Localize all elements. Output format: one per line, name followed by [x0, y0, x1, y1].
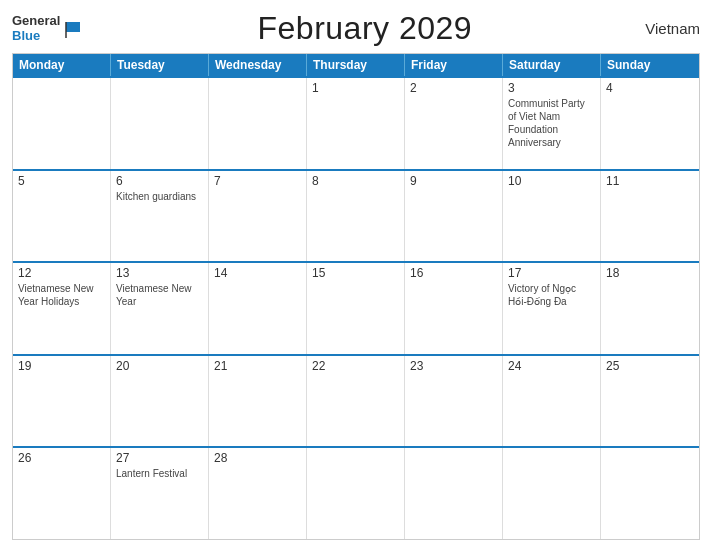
day-number: 12 — [18, 266, 105, 280]
calendar-row-5: 26 27 Lantern Festival 28 — [13, 446, 699, 539]
cell-r1-sat: 3 Communist Party of Viet Nam Foundation… — [503, 78, 601, 169]
calendar-page: General Blue February 2029 Vietnam Monda… — [0, 0, 712, 550]
header-sunday: Sunday — [601, 54, 699, 76]
calendar-row-4: 19 20 21 22 23 24 25 — [13, 354, 699, 447]
cell-r3-wed: 14 — [209, 263, 307, 354]
cell-r4-tue: 20 — [111, 356, 209, 447]
day-number: 15 — [312, 266, 399, 280]
cell-r1-wed — [209, 78, 307, 169]
day-number: 3 — [508, 81, 595, 95]
day-number: 2 — [410, 81, 497, 95]
cell-r3-mon: 12 Vietnamese New Year Holidays — [13, 263, 111, 354]
day-number: 16 — [410, 266, 497, 280]
day-number: 22 — [312, 359, 399, 373]
cell-r1-mon — [13, 78, 111, 169]
header-wednesday: Wednesday — [209, 54, 307, 76]
cell-r5-mon: 26 — [13, 448, 111, 539]
cell-r4-wed: 21 — [209, 356, 307, 447]
cell-r4-mon: 19 — [13, 356, 111, 447]
header-thursday: Thursday — [307, 54, 405, 76]
cell-r3-thu: 15 — [307, 263, 405, 354]
country-label: Vietnam — [645, 20, 700, 37]
day-number: 14 — [214, 266, 301, 280]
cell-r3-sun: 18 — [601, 263, 699, 354]
logo: General Blue — [12, 14, 84, 43]
cell-event: Kitchen guardians — [116, 190, 203, 203]
cell-r2-sat: 10 — [503, 171, 601, 262]
cell-r4-thu: 22 — [307, 356, 405, 447]
header-tuesday: Tuesday — [111, 54, 209, 76]
logo-text-blue: Blue — [12, 29, 40, 43]
calendar-grid: Monday Tuesday Wednesday Thursday Friday… — [12, 53, 700, 540]
cell-r2-sun: 11 — [601, 171, 699, 262]
calendar-row-1: 1 2 3 Communist Party of Viet Nam Founda… — [13, 76, 699, 169]
cell-r4-fri: 23 — [405, 356, 503, 447]
calendar-row-3: 12 Vietnamese New Year Holidays 13 Vietn… — [13, 261, 699, 354]
cell-event: Victory of Ngọc Hồi-Đống Đa — [508, 282, 595, 308]
cell-r5-thu — [307, 448, 405, 539]
calendar-row-2: 5 6 Kitchen guardians 7 8 9 10 — [13, 169, 699, 262]
day-number: 11 — [606, 174, 694, 188]
day-number: 8 — [312, 174, 399, 188]
header-saturday: Saturday — [503, 54, 601, 76]
cell-r4-sun: 25 — [601, 356, 699, 447]
cell-r5-wed: 28 — [209, 448, 307, 539]
day-number: 19 — [18, 359, 105, 373]
day-number: 5 — [18, 174, 105, 188]
cell-r2-mon: 5 — [13, 171, 111, 262]
day-number: 1 — [312, 81, 399, 95]
cell-r3-tue: 13 Vietnamese New Year — [111, 263, 209, 354]
cell-r1-tue — [111, 78, 209, 169]
header-friday: Friday — [405, 54, 503, 76]
day-number: 10 — [508, 174, 595, 188]
header-monday: Monday — [13, 54, 111, 76]
cell-event: Vietnamese New Year — [116, 282, 203, 308]
day-number: 20 — [116, 359, 203, 373]
day-number: 21 — [214, 359, 301, 373]
cell-r2-fri: 9 — [405, 171, 503, 262]
cell-r3-sat: 17 Victory of Ngọc Hồi-Đống Đa — [503, 263, 601, 354]
page-title: February 2029 — [258, 10, 473, 47]
cell-r5-sun — [601, 448, 699, 539]
logo-text-general: General — [12, 14, 60, 28]
day-number: 18 — [606, 266, 694, 280]
cell-r5-fri — [405, 448, 503, 539]
day-number: 9 — [410, 174, 497, 188]
cell-r1-thu: 1 — [307, 78, 405, 169]
cell-r1-fri: 2 — [405, 78, 503, 169]
cell-r4-sat: 24 — [503, 356, 601, 447]
cell-event: Lantern Festival — [116, 467, 203, 480]
day-number: 7 — [214, 174, 301, 188]
day-number: 17 — [508, 266, 595, 280]
cell-event: Vietnamese New Year Holidays — [18, 282, 105, 308]
day-number: 23 — [410, 359, 497, 373]
day-number: 26 — [18, 451, 105, 465]
cell-r2-tue: 6 Kitchen guardians — [111, 171, 209, 262]
calendar-body: 1 2 3 Communist Party of Viet Nam Founda… — [13, 76, 699, 539]
page-header: General Blue February 2029 Vietnam — [12, 10, 700, 47]
cell-r3-fri: 16 — [405, 263, 503, 354]
cell-r1-sun: 4 — [601, 78, 699, 169]
cell-r2-thu: 8 — [307, 171, 405, 262]
cell-r5-tue: 27 Lantern Festival — [111, 448, 209, 539]
day-number: 24 — [508, 359, 595, 373]
cell-r2-wed: 7 — [209, 171, 307, 262]
day-number: 28 — [214, 451, 301, 465]
logo-flag-icon — [62, 18, 84, 40]
calendar-header-row: Monday Tuesday Wednesday Thursday Friday… — [13, 54, 699, 76]
day-number: 27 — [116, 451, 203, 465]
cell-r5-sat — [503, 448, 601, 539]
day-number: 13 — [116, 266, 203, 280]
day-number: 4 — [606, 81, 694, 95]
cell-event: Communist Party of Viet Nam Foundation A… — [508, 97, 595, 149]
day-number: 25 — [606, 359, 694, 373]
day-number: 6 — [116, 174, 203, 188]
